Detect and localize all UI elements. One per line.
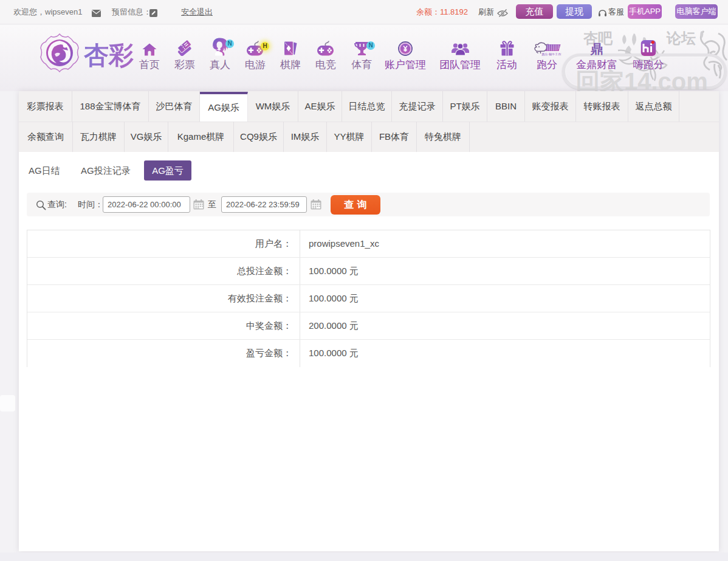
svg-text:跑分·蜗牛工作室: 跑分·蜗牛工作室 — [542, 52, 561, 56]
